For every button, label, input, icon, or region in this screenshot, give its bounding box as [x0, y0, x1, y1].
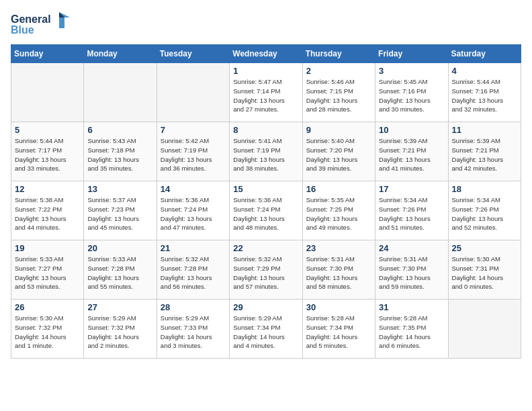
- day-number: 25: [452, 243, 517, 253]
- header-monday: Monday: [84, 45, 157, 63]
- day-number: 31: [379, 302, 444, 312]
- calendar-cell: [11, 63, 84, 122]
- day-number: 20: [87, 243, 152, 253]
- day-number: 22: [233, 243, 298, 253]
- day-info: Sunrise: 5:44 AMSunset: 7:17 PMDaylight:…: [15, 136, 80, 173]
- day-info: Sunrise: 5:31 AMSunset: 7:30 PMDaylight:…: [379, 255, 444, 291]
- day-info: Sunrise: 5:34 AMSunset: 7:26 PMDaylight:…: [452, 195, 517, 232]
- day-info: Sunrise: 5:34 AMSunset: 7:26 PMDaylight:…: [379, 195, 444, 232]
- day-info: Sunrise: 5:33 AMSunset: 7:28 PMDaylight:…: [87, 255, 152, 291]
- calendar-cell: 4Sunrise: 5:44 AMSunset: 7:16 PMDaylight…: [448, 63, 521, 122]
- day-number: 11: [452, 125, 517, 135]
- day-info: Sunrise: 5:45 AMSunset: 7:16 PMDaylight:…: [379, 77, 444, 114]
- day-info: Sunrise: 5:42 AMSunset: 7:19 PMDaylight:…: [161, 136, 226, 173]
- day-number: 12: [15, 184, 80, 194]
- svg-text:General: General: [11, 13, 51, 25]
- day-info: Sunrise: 5:36 AMSunset: 7:24 PMDaylight:…: [161, 195, 226, 232]
- day-info: Sunrise: 5:31 AMSunset: 7:30 PMDaylight:…: [306, 255, 371, 291]
- calendar-cell: 26Sunrise: 5:30 AMSunset: 7:32 PMDayligh…: [11, 300, 84, 359]
- day-number: 27: [87, 302, 152, 312]
- svg-text:Blue: Blue: [11, 24, 34, 36]
- day-number: 2: [306, 66, 371, 76]
- calendar-cell: 25Sunrise: 5:30 AMSunset: 7:31 PMDayligh…: [448, 240, 521, 300]
- calendar-cell: 18Sunrise: 5:34 AMSunset: 7:26 PMDayligh…: [448, 181, 521, 240]
- calendar-cell: 11Sunrise: 5:39 AMSunset: 7:21 PMDayligh…: [448, 122, 521, 181]
- day-number: 21: [161, 243, 226, 253]
- week-row-2: 5Sunrise: 5:44 AMSunset: 7:17 PMDaylight…: [11, 122, 521, 181]
- calendar-cell: 5Sunrise: 5:44 AMSunset: 7:17 PMDaylight…: [11, 122, 84, 181]
- day-info: Sunrise: 5:44 AMSunset: 7:16 PMDaylight:…: [452, 77, 517, 114]
- calendar-cell: 31Sunrise: 5:28 AMSunset: 7:35 PMDayligh…: [375, 300, 448, 359]
- calendar-cell: 19Sunrise: 5:33 AMSunset: 7:27 PMDayligh…: [11, 240, 84, 300]
- day-number: 15: [233, 184, 298, 194]
- day-number: 4: [452, 66, 517, 76]
- day-number: 19: [15, 243, 80, 253]
- header-sunday: Sunday: [11, 45, 84, 63]
- day-info: Sunrise: 5:40 AMSunset: 7:20 PMDaylight:…: [306, 136, 371, 173]
- day-number: 17: [379, 184, 444, 194]
- day-number: 24: [379, 243, 444, 253]
- day-info: Sunrise: 5:33 AMSunset: 7:27 PMDaylight:…: [15, 255, 80, 291]
- day-number: 9: [306, 125, 371, 135]
- week-row-1: 1Sunrise: 5:47 AMSunset: 7:14 PMDaylight…: [11, 63, 521, 122]
- day-info: Sunrise: 5:28 AMSunset: 7:34 PMDaylight:…: [306, 314, 371, 351]
- day-info: Sunrise: 5:47 AMSunset: 7:14 PMDaylight:…: [233, 77, 298, 114]
- logo-icon: General Blue: [11, 11, 71, 36]
- header-thursday: Thursday: [302, 45, 375, 63]
- day-number: 23: [306, 243, 371, 253]
- day-info: Sunrise: 5:46 AMSunset: 7:15 PMDaylight:…: [306, 77, 371, 114]
- calendar-cell: 21Sunrise: 5:32 AMSunset: 7:28 PMDayligh…: [157, 240, 229, 300]
- day-info: Sunrise: 5:41 AMSunset: 7:19 PMDaylight:…: [233, 136, 298, 173]
- header-friday: Friday: [375, 45, 448, 63]
- calendar-cell: 1Sunrise: 5:47 AMSunset: 7:14 PMDaylight…: [230, 63, 302, 122]
- day-info: Sunrise: 5:32 AMSunset: 7:29 PMDaylight:…: [233, 255, 298, 291]
- calendar-cell: 27Sunrise: 5:29 AMSunset: 7:32 PMDayligh…: [84, 300, 157, 359]
- day-info: Sunrise: 5:29 AMSunset: 7:33 PMDaylight:…: [161, 314, 226, 351]
- day-number: 6: [87, 125, 152, 135]
- week-row-4: 19Sunrise: 5:33 AMSunset: 7:27 PMDayligh…: [11, 240, 521, 300]
- day-number: 16: [306, 184, 371, 194]
- calendar-cell: 23Sunrise: 5:31 AMSunset: 7:30 PMDayligh…: [302, 240, 375, 300]
- calendar-cell: 17Sunrise: 5:34 AMSunset: 7:26 PMDayligh…: [375, 181, 448, 240]
- day-number: 5: [15, 125, 80, 135]
- day-info: Sunrise: 5:32 AMSunset: 7:28 PMDaylight:…: [161, 255, 226, 291]
- page-header: General Blue: [11, 11, 521, 36]
- header-row: SundayMondayTuesdayWednesdayThursdayFrid…: [11, 45, 521, 63]
- calendar-cell: 2Sunrise: 5:46 AMSunset: 7:15 PMDaylight…: [302, 63, 375, 122]
- day-info: Sunrise: 5:38 AMSunset: 7:22 PMDaylight:…: [15, 195, 80, 232]
- calendar-cell: [157, 63, 229, 122]
- calendar-cell: 20Sunrise: 5:33 AMSunset: 7:28 PMDayligh…: [84, 240, 157, 300]
- calendar-cell: 16Sunrise: 5:35 AMSunset: 7:25 PMDayligh…: [302, 181, 375, 240]
- day-number: 29: [233, 302, 298, 312]
- week-row-3: 12Sunrise: 5:38 AMSunset: 7:22 PMDayligh…: [11, 181, 521, 240]
- calendar-cell: 3Sunrise: 5:45 AMSunset: 7:16 PMDaylight…: [375, 63, 448, 122]
- day-number: 3: [379, 66, 444, 76]
- calendar-cell: 30Sunrise: 5:28 AMSunset: 7:34 PMDayligh…: [302, 300, 375, 359]
- day-number: 30: [306, 302, 371, 312]
- day-number: 8: [233, 125, 298, 135]
- day-number: 26: [15, 302, 80, 312]
- calendar-cell: 12Sunrise: 5:38 AMSunset: 7:22 PMDayligh…: [11, 181, 84, 240]
- week-row-5: 26Sunrise: 5:30 AMSunset: 7:32 PMDayligh…: [11, 300, 521, 359]
- calendar-table: SundayMondayTuesdayWednesdayThursdayFrid…: [11, 44, 521, 359]
- calendar-cell: 22Sunrise: 5:32 AMSunset: 7:29 PMDayligh…: [230, 240, 302, 300]
- calendar-cell: 14Sunrise: 5:36 AMSunset: 7:24 PMDayligh…: [157, 181, 229, 240]
- calendar-cell: 24Sunrise: 5:31 AMSunset: 7:30 PMDayligh…: [375, 240, 448, 300]
- calendar-cell: 29Sunrise: 5:29 AMSunset: 7:34 PMDayligh…: [230, 300, 302, 359]
- calendar-cell: [448, 300, 521, 359]
- day-number: 28: [161, 302, 226, 312]
- day-info: Sunrise: 5:29 AMSunset: 7:34 PMDaylight:…: [233, 314, 298, 351]
- day-number: 18: [452, 184, 517, 194]
- day-info: Sunrise: 5:29 AMSunset: 7:32 PMDaylight:…: [87, 314, 152, 351]
- calendar-cell: [84, 63, 157, 122]
- day-number: 1: [233, 66, 298, 76]
- calendar-cell: 10Sunrise: 5:39 AMSunset: 7:21 PMDayligh…: [375, 122, 448, 181]
- day-number: 14: [161, 184, 226, 194]
- header-saturday: Saturday: [448, 45, 521, 63]
- day-info: Sunrise: 5:28 AMSunset: 7:35 PMDaylight:…: [379, 314, 444, 351]
- calendar-cell: 7Sunrise: 5:42 AMSunset: 7:19 PMDaylight…: [157, 122, 229, 181]
- day-info: Sunrise: 5:39 AMSunset: 7:21 PMDaylight:…: [379, 136, 444, 173]
- day-info: Sunrise: 5:35 AMSunset: 7:25 PMDaylight:…: [306, 195, 371, 232]
- header-wednesday: Wednesday: [230, 45, 302, 63]
- header-tuesday: Tuesday: [157, 45, 229, 63]
